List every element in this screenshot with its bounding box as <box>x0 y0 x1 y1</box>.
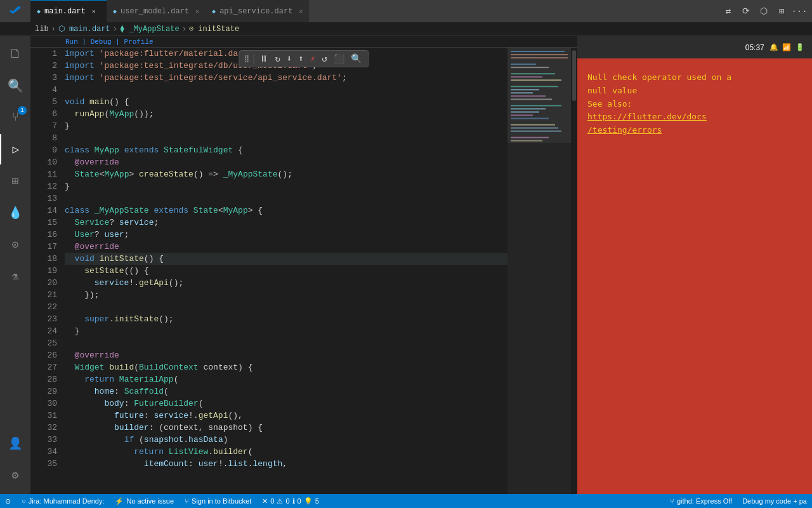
title-actions: ⇄ ⟳ ⬡ ⊞ ··· <box>721 4 812 19</box>
status-remote[interactable]: ⊙ <box>0 494 16 508</box>
punct: ( <box>248 446 253 458</box>
debug-pause-button[interactable]: ⏸ <box>258 53 270 65</box>
code-line-20: service!.getApi(); <box>65 277 508 289</box>
param: future <box>114 410 144 422</box>
code-line-12: } <box>65 180 508 192</box>
scrollbar-thumb[interactable] <box>572 50 576 101</box>
close-icon[interactable]: ✕ <box>92 8 96 15</box>
time-display: 05:37 <box>745 43 764 52</box>
activity-account[interactable]: 👤 <box>0 428 30 458</box>
keyword: if <box>124 434 139 446</box>
error-line-1: Null check operator used on a <box>587 71 802 84</box>
activity-remote[interactable]: ⊙ <box>0 229 30 260</box>
tab-api-service[interactable]: ◆ api_service.dart ✕ <box>206 0 309 22</box>
dart-icon: ◆ <box>212 8 216 15</box>
code-line-32: builder: (context, snapshot) { <box>65 422 508 434</box>
status-jira[interactable]: ○ Jira: Muhammad Dendy: <box>16 494 109 508</box>
code-line-34: return ListView.builder( <box>65 446 508 458</box>
activity-test[interactable]: ⚗ <box>0 261 30 291</box>
variable: service <box>119 217 154 229</box>
class: ListView <box>169 446 208 458</box>
punct: ( <box>139 434 144 446</box>
close-icon[interactable]: ✕ <box>299 8 303 15</box>
activity-search[interactable]: 🔍 <box>0 70 30 101</box>
null-assert: !. <box>188 410 199 422</box>
account-icon: 👤 <box>8 436 22 450</box>
jira-icon: ○ <box>22 497 26 505</box>
vertical-scrollbar[interactable] <box>571 48 577 494</box>
line-num-24: 24 <box>33 325 57 337</box>
indent <box>65 217 75 229</box>
breadcrumb-method[interactable]: ⊙ initState <box>189 24 239 34</box>
debug-step-out-button[interactable]: ⬆ <box>296 52 305 65</box>
code-container: 1 2 3 4 5 6 7 8 9 10 11 12 13 14 15 16 1… <box>30 48 577 494</box>
activity-explorer[interactable]: 🗋 <box>0 39 30 69</box>
class: MyApp <box>223 204 248 217</box>
indent <box>65 241 75 253</box>
code-line-18: void initState() { <box>65 253 508 265</box>
tab-main-dart[interactable]: ◆ main.dart ✕ <box>30 0 107 22</box>
bitbucket-icon: ⑂ <box>185 497 189 505</box>
annotation: @override <box>75 349 119 361</box>
code-line-28: return MaterialApp( <box>65 373 508 385</box>
error-path-text[interactable]: /testing/errors <box>587 125 662 135</box>
tab-user-model[interactable]: ◆ user_model.dart ✕ <box>107 0 206 22</box>
history-button[interactable]: ⟳ <box>738 4 754 19</box>
status-debug[interactable]: Debug my code + pa <box>737 494 812 508</box>
status-errors[interactable]: ✕ 0 ⚠ 0 ℹ 0 💡 5 <box>257 494 324 508</box>
issue-icon: ⚡ <box>115 497 124 505</box>
breadcrumb-file[interactable]: ⬡ main.dart <box>58 24 110 34</box>
activity-extensions[interactable]: ⊞ <box>0 166 30 196</box>
activity-run-debug[interactable]: ▷ <box>0 134 30 164</box>
variable: user <box>199 458 218 470</box>
indent <box>65 446 134 458</box>
punct: () { <box>144 253 164 265</box>
dart-icon: ◆ <box>113 8 117 15</box>
warning-count: 0 <box>285 497 289 505</box>
debug-step-into-button[interactable]: ⬇ <box>285 52 294 65</box>
debug-drag-handle[interactable]: ⣿ <box>244 55 249 63</box>
status-git[interactable]: ⑂ githd: Express Off <box>665 494 737 508</box>
lightbulb-icon[interactable]: 💡 <box>30 313 32 325</box>
activity-source-control[interactable]: ⑂ 1 <box>0 102 30 133</box>
debug-stop-button[interactable]: ⬛ <box>332 52 346 65</box>
debug-label: Debug my code + pa <box>742 497 807 505</box>
error-link-text[interactable]: https://flutter.dev/docs <box>587 112 707 121</box>
keyword: return <box>134 446 169 458</box>
punct: . <box>208 446 213 458</box>
run-link[interactable]: Run | Debug | Profile <box>65 38 154 46</box>
breadcrumb-lib[interactable]: lib <box>35 25 49 34</box>
more-button[interactable]: ··· <box>792 4 807 19</box>
param: home <box>95 385 114 398</box>
code-lines[interactable]: import 'package:flutter/material.dart'; … <box>62 48 508 494</box>
string: 'package:flutter/material.dart' <box>100 48 253 60</box>
activity-flutter[interactable]: 💧 <box>0 197 30 228</box>
status-no-issue[interactable]: ⚡ No active issue <box>110 494 179 508</box>
split-editor-button[interactable]: ⇄ <box>721 4 736 19</box>
debug-step-over-button[interactable]: ↻ <box>273 52 282 65</box>
punct: } <box>65 120 70 132</box>
git-icon: ⑂ <box>670 497 674 505</box>
minimap-viewport <box>508 48 571 143</box>
function: initState <box>114 313 159 325</box>
punct: (); <box>159 313 173 325</box>
status-sign-in[interactable]: ⑂ Sign in to Bitbucket <box>180 494 256 508</box>
close-icon[interactable]: ✕ <box>195 8 199 15</box>
indent <box>65 398 104 410</box>
debug-restart-button[interactable]: ↺ <box>320 52 329 65</box>
indent <box>65 434 124 446</box>
debug-hot-reload-button[interactable]: ⚡ <box>308 52 317 65</box>
punct: (); <box>169 277 183 289</box>
variable: service <box>95 277 129 289</box>
line-num-15: 15 <box>33 217 57 229</box>
status-icons: 🔔 📶 🔋 <box>769 43 804 51</box>
debug-inspector-button[interactable]: 🔍 <box>349 52 363 65</box>
layout-button[interactable]: ⊞ <box>774 4 789 19</box>
indent <box>65 458 144 470</box>
activity-settings[interactable]: ⚙ <box>0 460 30 490</box>
nullable: ? <box>95 229 105 241</box>
breadcrumb-class[interactable]: ⧫ _MyAppState <box>120 24 180 34</box>
keyword: import <box>65 60 100 72</box>
sync-button[interactable]: ⬡ <box>756 4 771 19</box>
minimap[interactable] <box>508 48 571 494</box>
